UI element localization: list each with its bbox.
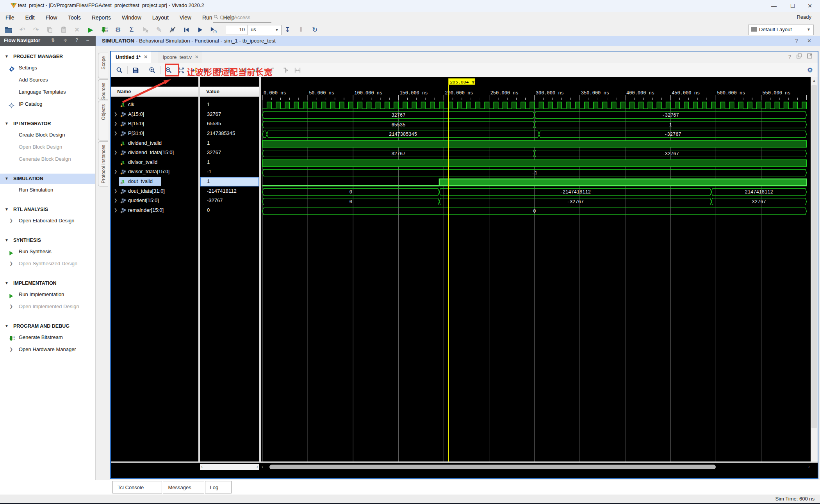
- flow-section-program-and-debug[interactable]: ▼PROGRAM AND DEBUG: [0, 321, 95, 331]
- expand-chevron-icon[interactable]: ❯: [114, 167, 117, 177]
- sidebar-item-open-implemented-design[interactable]: ❯Open Implemented Design: [0, 300, 95, 312]
- menu-tools[interactable]: Tools: [62, 12, 86, 23]
- signal-row-divisor-tdata-15-0-[interactable]: ❯divisor_tdata[15:0]: [111, 167, 198, 177]
- expand-chevron-icon[interactable]: ❯: [114, 119, 117, 129]
- signal-row-quotient-15-0-[interactable]: ❯quotient[15:0]: [111, 196, 198, 206]
- sidebar-item-open-block-design[interactable]: Open Block Design: [0, 141, 95, 153]
- wave-clk[interactable]: [262, 102, 807, 109]
- expand-chevron-icon[interactable]: ❯: [114, 186, 117, 196]
- scroll-up-icon[interactable]: ▲: [811, 77, 818, 83]
- layout-selector[interactable]: Default Layout ▼: [748, 25, 814, 35]
- wave-dividend-tvalid[interactable]: [262, 140, 807, 147]
- flow-section-synthesis[interactable]: ▼SYNTHESIS: [0, 235, 95, 245]
- side-tab-objects[interactable]: Objects: [98, 101, 108, 140]
- signal-row-clk[interactable]: clk: [111, 100, 198, 110]
- settings-gear-icon[interactable]: ⚙: [113, 25, 123, 34]
- scrollbar-thumb[interactable]: [269, 465, 716, 469]
- scrollbar-thumb[interactable]: [811, 85, 817, 428]
- sidebar-item-language-templates[interactable]: Language Templates: [0, 86, 95, 98]
- signal-row-B-15-0-[interactable]: ❯B[15:0]: [111, 119, 198, 129]
- generate-bitstream-icon[interactable]: 0110: [100, 25, 109, 34]
- menu-reports[interactable]: Reports: [86, 12, 116, 23]
- minimize-button[interactable]: —: [765, 0, 783, 12]
- signal-value-dividend-tvalid[interactable]: 1: [200, 138, 259, 148]
- time-unit-select[interactable]: us▼: [248, 25, 282, 35]
- signal-row-remainder-15-0-[interactable]: ❯remainder[15:0]: [111, 206, 198, 215]
- signal-value-clk[interactable]: 1: [200, 100, 259, 110]
- sidebar-item-generate-block-design[interactable]: Generate Block Design: [0, 153, 95, 165]
- sidebar-item-open-elaborated-design[interactable]: ❯Open Elaborated Design: [0, 215, 95, 227]
- expand-chevron-icon[interactable]: ❯: [114, 110, 117, 119]
- console-tab-messages[interactable]: Messages: [163, 481, 204, 493]
- menu-file[interactable]: File: [0, 12, 20, 23]
- chevron-right-icon[interactable]: ❯: [9, 215, 13, 227]
- flow-section-project-manager[interactable]: ▼PROJECT MANAGER: [0, 51, 95, 62]
- signal-row-dividend-tdata-15-0-[interactable]: ❯dividend_tdata[15:0]: [111, 148, 198, 158]
- waveform-scrollbar[interactable]: ‹›: [261, 464, 811, 470]
- signal-row-dividend-tvalid[interactable]: dividend_tvalid: [111, 138, 198, 148]
- help-icon[interactable]: ?: [795, 38, 802, 44]
- wave-divisor-tvalid[interactable]: [262, 160, 807, 167]
- signal-value-P-31-0-[interactable]: 2147385345: [200, 129, 259, 138]
- float-window-icon[interactable]: [797, 53, 802, 60]
- waveform-svg[interactable]: 0.000 ns50.000 ns100.000 ns150.000 ns200…: [261, 77, 811, 461]
- menu-view[interactable]: View: [174, 12, 197, 23]
- chevron-right-icon[interactable]: ❯: [9, 300, 13, 312]
- find-icon[interactable]: [115, 66, 124, 75]
- signal-value-divisor-tvalid[interactable]: 1: [200, 158, 259, 167]
- expand-chevron-icon[interactable]: ❯: [114, 129, 117, 138]
- signal-value-quotient-15-0-[interactable]: -32767: [200, 196, 259, 206]
- run-time-input[interactable]: 10: [226, 25, 247, 34]
- side-tab-sources[interactable]: Sources: [98, 79, 108, 99]
- signal-value-dividend-tdata-15-0-[interactable]: 32767: [200, 148, 259, 158]
- sidebar-item-run-implementation[interactable]: Run Implementation: [0, 288, 95, 300]
- close-icon[interactable]: ✕: [195, 51, 199, 63]
- vertical-scrollbar[interactable]: ▲: [811, 77, 818, 461]
- chevron-right-icon[interactable]: ❯: [9, 343, 13, 355]
- console-tab-tcl-console[interactable]: Tcl Console: [112, 481, 162, 493]
- run-all-icon[interactable]: [195, 25, 205, 34]
- sidebar-item-add-sources[interactable]: Add Sources: [0, 74, 95, 86]
- no-probe-icon[interactable]: [168, 25, 177, 34]
- signal-row-dout-tdata-31-0-[interactable]: ❯dout_tdata[31:0]: [111, 186, 198, 196]
- sidebar-item-create-block-design[interactable]: Create Block Design: [0, 129, 95, 141]
- signal-value-remainder-15-0-[interactable]: 0: [200, 206, 259, 215]
- signal-value-dout-tvalid[interactable]: 1: [200, 177, 259, 186]
- console-tab-log[interactable]: Log: [205, 481, 232, 493]
- sidebar-item-ip-catalog[interactable]: IP Catalog: [0, 98, 95, 110]
- menu-flow[interactable]: Flow: [40, 12, 63, 23]
- close-icon[interactable]: ✕: [144, 51, 148, 63]
- run-for-time-icon[interactable]: (T): [209, 25, 218, 34]
- side-tab-scope[interactable]: Scope: [98, 53, 108, 78]
- signal-value-dout-tdata-31-0-[interactable]: -2147418112: [200, 186, 259, 196]
- menu-edit[interactable]: Edit: [20, 12, 40, 23]
- signal-value-A-15-0-[interactable]: 32767: [200, 110, 259, 119]
- menu-window[interactable]: Window: [116, 12, 147, 23]
- next-marker-icon[interactable]: [280, 66, 289, 75]
- flow-section-rtl-analysis[interactable]: ▼RTL ANALYSIS: [0, 204, 95, 215]
- chevron-right-icon[interactable]: ❯: [9, 257, 13, 270]
- signal-value-divisor-tdata-15-0-[interactable]: -1: [200, 167, 259, 177]
- close-icon[interactable]: ✕: [807, 38, 815, 44]
- signal-row-divisor-tvalid[interactable]: divisor_tvalid: [111, 158, 198, 167]
- flow-section-implementation[interactable]: ▼IMPLEMENTATION: [0, 278, 95, 288]
- flow-navigator-header-icons[interactable]: ⇅ ≑ ? –: [51, 37, 93, 43]
- signal-value-B-15-0-[interactable]: 65535: [200, 119, 259, 129]
- signal-row-dout-tvalid[interactable]: dout_tvalid: [111, 177, 198, 186]
- maximize-button[interactable]: ☐: [784, 0, 801, 12]
- sidebar-item-open-synthesized-design[interactable]: ❯Open Synthesized Design: [0, 257, 95, 270]
- menu-layout[interactable]: Layout: [147, 12, 174, 23]
- expand-chevron-icon[interactable]: ❯: [114, 196, 117, 206]
- sidebar-item-settings[interactable]: Settings: [0, 62, 95, 74]
- signal-row-P-31-0-[interactable]: ❯P[31:0]: [111, 129, 198, 138]
- sidebar-item-open-hardware-manager[interactable]: ❯Open Hardware Manager: [0, 343, 95, 355]
- flow-section-ip-integrator[interactable]: ▼IP INTEGRATOR: [0, 119, 95, 129]
- relaunch-icon[interactable]: ↻: [310, 25, 319, 34]
- expand-chevron-icon[interactable]: ❯: [114, 206, 117, 215]
- waveform-canvas[interactable]: 0.000 ns50.000 ns100.000 ns150.000 ns200…: [261, 77, 811, 461]
- zoom-in-icon[interactable]: [148, 66, 157, 75]
- wave-tab-ipcore-test-v[interactable]: ipcore_test.v✕: [158, 51, 202, 63]
- signal-row-A-15-0-[interactable]: ❯A[15:0]: [111, 110, 198, 119]
- save-wave-config-icon[interactable]: [131, 66, 140, 75]
- step-icon[interactable]: ↧: [283, 25, 292, 34]
